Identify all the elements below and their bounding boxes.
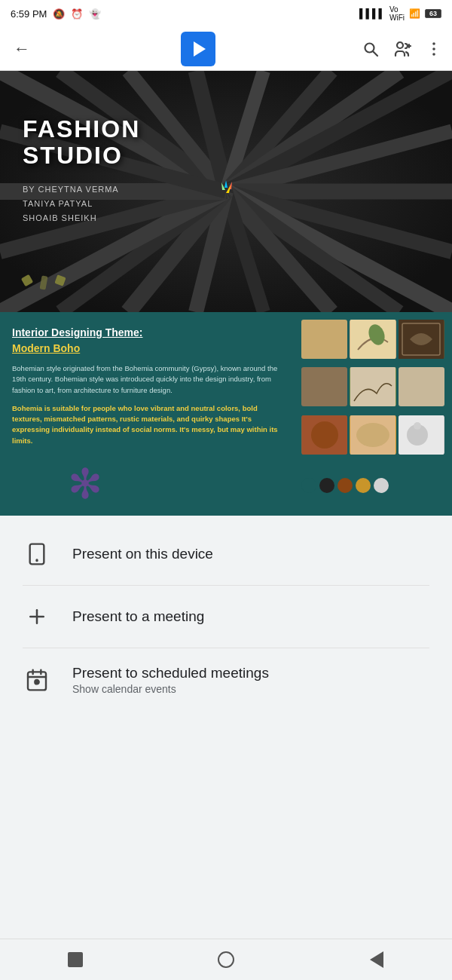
svg-line-1 xyxy=(374,51,378,56)
svg-point-40 xyxy=(311,421,338,449)
wifi-label: VoWiFi xyxy=(389,5,405,22)
add-meeting-icon-wrap xyxy=(23,602,51,631)
add-person-button[interactable] xyxy=(393,40,411,58)
slide-title: FASHION STUDIO xyxy=(23,116,140,169)
present-scheduled-subtitle: Show calendar events xyxy=(72,683,269,695)
grid-img-4 xyxy=(301,367,347,406)
present-meeting-title: Present to a meeting xyxy=(72,608,204,625)
home-button[interactable] xyxy=(211,945,241,975)
dot-2 xyxy=(39,275,47,289)
back-triangle-icon xyxy=(370,951,383,968)
bottom-spacer xyxy=(0,719,452,795)
circle-icon xyxy=(218,951,234,968)
palette-dot-3 xyxy=(337,478,353,493)
dot-3 xyxy=(54,274,66,286)
grid-img-3 xyxy=(399,320,444,359)
palette-row xyxy=(301,463,444,508)
signal-icon: ▌▌▌▌ xyxy=(359,8,385,19)
slide2-title: Interior Designing Theme: xyxy=(12,326,282,339)
play-icon xyxy=(194,41,206,57)
app-bar-center xyxy=(181,32,215,66)
svg-point-54 xyxy=(35,680,38,684)
slide2-subtitle: Modern Boho xyxy=(12,342,282,354)
calendar-icon xyxy=(25,668,49,692)
dot-1 xyxy=(21,274,33,286)
palette-dot-4 xyxy=(356,478,371,493)
svg-point-0 xyxy=(365,43,374,52)
app-bar-icons xyxy=(362,40,443,58)
more-options-button[interactable] xyxy=(425,40,443,58)
battery-icon: 63 xyxy=(425,9,441,18)
present-button[interactable] xyxy=(181,32,215,66)
svg-point-5 xyxy=(432,42,435,45)
svg-point-2 xyxy=(397,42,403,48)
mute-icon: 🔕 xyxy=(53,8,65,20)
svg-rect-38 xyxy=(350,367,396,406)
slide-dots xyxy=(23,276,65,289)
back-button[interactable]: ← xyxy=(9,35,35,63)
svg-point-7 xyxy=(432,53,435,56)
grid-img-9 xyxy=(399,415,444,455)
slide2-body2-prefix: Bohemia is suitable for people who love xyxy=(12,404,151,412)
recent-apps-button[interactable] xyxy=(60,945,90,975)
slide-text: FASHION STUDIO BY CHEYTNA VERMA TANIYA P… xyxy=(23,116,140,225)
grid-img-7 xyxy=(301,415,347,455)
slide-2: Interior Designing Theme: Modern Boho Bo… xyxy=(0,312,452,516)
app-bar: ← xyxy=(0,27,452,71)
snapchat-icon: 👻 xyxy=(89,8,101,20)
device-icon-wrap xyxy=(23,540,51,568)
present-meeting-item[interactable]: Present to a meeting xyxy=(0,586,452,648)
slide2-body1: Bohemian style originated from the Bohem… xyxy=(12,363,282,396)
grid-img-2 xyxy=(350,320,396,359)
palette-dot-1 xyxy=(301,478,316,493)
calendar-icon-wrap xyxy=(23,666,51,694)
slide2-body2: Bohemia is suitable for people who love … xyxy=(12,403,282,446)
present-device-title: Present on this device xyxy=(72,546,213,562)
palette-dot-2 xyxy=(319,478,334,493)
slide-1: FASHION STUDIO BY CHEYTNA VERMA TANIYA P… xyxy=(0,71,452,312)
status-bar: 6:59 PM 🔕 ⏰ 👻 ▌▌▌▌ VoWiFi 📶 63 xyxy=(0,0,452,27)
present-scheduled-text: Present to scheduled meetings Show calen… xyxy=(72,665,269,695)
present-scheduled-item[interactable]: Present to scheduled meetings Show calen… xyxy=(0,648,452,712)
time: 6:59 PM xyxy=(11,8,47,20)
alarm-icon: ⏰ xyxy=(71,8,83,20)
slide2-right xyxy=(294,312,452,516)
status-left: 6:59 PM 🔕 ⏰ 👻 xyxy=(11,8,101,20)
status-right: ▌▌▌▌ VoWiFi 📶 63 xyxy=(359,5,441,22)
menu-section: Present on this device Present to a meet… xyxy=(0,516,452,719)
bottom-nav xyxy=(0,939,452,980)
device-icon xyxy=(25,542,49,566)
present-meeting-text: Present to a meeting xyxy=(72,608,204,625)
wifi-icon: 📶 xyxy=(409,8,420,19)
svg-point-45 xyxy=(414,422,421,430)
present-device-text: Present on this device xyxy=(72,546,213,562)
square-icon xyxy=(68,952,83,967)
palette-dot-5 xyxy=(374,478,389,493)
back-button-nav[interactable] xyxy=(362,945,392,975)
slide2-left: Interior Designing Theme: Modern Boho Bo… xyxy=(0,312,294,516)
grid-img-5 xyxy=(350,367,396,406)
grid-img-6 xyxy=(399,367,444,406)
search-button[interactable] xyxy=(362,40,380,58)
grid-img-1 xyxy=(301,320,347,359)
add-meeting-icon xyxy=(26,605,48,628)
svg-point-42 xyxy=(356,423,389,447)
grid-img-8 xyxy=(350,415,396,455)
present-device-item[interactable]: Present on this device xyxy=(0,523,452,585)
present-scheduled-title: Present to scheduled meetings xyxy=(72,665,269,681)
svg-point-6 xyxy=(432,47,435,51)
slide-authors: BY CHEYTNA VERMA TANIYA PATYAL SHOAIB SH… xyxy=(23,182,140,225)
flower-decoration: ✻ xyxy=(68,460,102,508)
